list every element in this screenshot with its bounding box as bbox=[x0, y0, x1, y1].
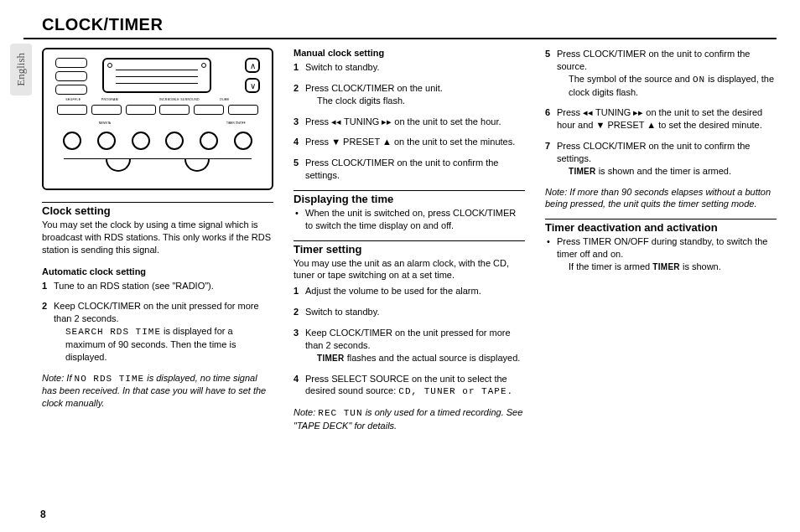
note-pre: Note: If bbox=[42, 373, 75, 383]
sc-text: TIMER bbox=[652, 262, 680, 271]
seg-text: SEARCH RDS TIME bbox=[65, 327, 161, 337]
detail-pre: The symbol of the source and bbox=[569, 74, 693, 84]
timer-step-5-detail: The symbol of the source and ON is displ… bbox=[557, 73, 777, 99]
detail-pre: If the timer is armed bbox=[569, 261, 652, 271]
step-text: Press CLOCK/TIMER on the unit to confirm… bbox=[557, 49, 750, 71]
timer-deact-bullet: Press TIMER ON/OFF during standby, to sw… bbox=[545, 235, 777, 273]
heading-clock-setting: Clock setting bbox=[42, 202, 273, 217]
auto-step-2-detail: SEARCH RDS TIME is displayed for a maxim… bbox=[54, 325, 273, 364]
heading-timer-deactivation: Timer deactivation and activation bbox=[545, 219, 777, 234]
note-90-seconds: Note: If more than 90 seconds elapses wi… bbox=[545, 186, 777, 211]
column-1: ∧∨ SHUFFLEPROGRAMINCREDIBLE SURROUNDDUBB… bbox=[42, 48, 273, 436]
auto-step-2: Keep CLOCK/TIMER on the unit pressed for… bbox=[42, 300, 273, 363]
manual-step-1: Switch to standby. bbox=[294, 61, 525, 74]
timer-step-7: Press CLOCK/TIMER on the unit to confirm… bbox=[545, 140, 777, 178]
step-detail: The clock digits flash. bbox=[305, 95, 525, 107]
timer-steps-continued: Press CLOCK/TIMER on the unit to confirm… bbox=[545, 48, 777, 178]
timer-steps: Adjust the volume to be used for the ala… bbox=[294, 285, 525, 398]
display-time-bullet: When the unit is switched on, press CLOC… bbox=[294, 207, 525, 232]
step-text: Press CLOCK/TIMER on the unit to confirm… bbox=[557, 141, 750, 163]
step-text: Keep CLOCK/TIMER on the unit pressed for… bbox=[305, 328, 511, 350]
heading-displaying-time: Displaying the time bbox=[294, 190, 525, 205]
page-number: 8 bbox=[40, 509, 46, 520]
sc-text: TIMER bbox=[317, 354, 345, 363]
auto-clock-steps: Tune to an RDS station (see "RADIO"). Ke… bbox=[42, 280, 273, 364]
device-illustration: ∧∨ SHUFFLEPROGRAMINCREDIBLE SURROUNDDUBB… bbox=[42, 48, 273, 190]
content-columns: ∧∨ SHUFFLEPROGRAMINCREDIBLE SURROUNDDUBB… bbox=[23, 48, 777, 436]
timer-step-3: Keep CLOCK/TIMER on the unit pressed for… bbox=[294, 327, 525, 364]
clock-setting-intro: You may set the clock by using a time si… bbox=[42, 219, 273, 256]
bullet-text: Press TIMER ON/OFF during standby, to sw… bbox=[557, 236, 767, 259]
step-text: Press CLOCK/TIMER on the unit. bbox=[305, 83, 443, 93]
manual-clock-steps: Switch to standby. Press CLOCK/TIMER on … bbox=[294, 61, 525, 182]
timer-step-3-detail: TIMER flashes and the actual source is d… bbox=[305, 352, 525, 364]
display-time-list: When the unit is switched on, press CLOC… bbox=[294, 207, 525, 232]
timer-intro: You may use the unit as an alarm clock, … bbox=[294, 257, 525, 282]
note-seg: REC TUN bbox=[318, 408, 362, 418]
seg-text: CD, TUNER or TAPE. bbox=[398, 386, 513, 396]
note-pre: Note: bbox=[294, 407, 318, 417]
note-rec-tun: Note: REC TUN is only used for a timed r… bbox=[294, 406, 525, 432]
detail-post: is shown. bbox=[680, 261, 721, 271]
timer-step-4: Press SELECT SOURCE on the unit to selec… bbox=[294, 373, 525, 399]
manual-step-2: Press CLOCK/TIMER on the unit. The clock… bbox=[294, 82, 525, 107]
timer-step-2: Switch to standby. bbox=[294, 306, 525, 318]
timer-deact-list: Press TIMER ON/OFF during standby, to sw… bbox=[545, 235, 777, 273]
manual-step-3: Press ◂◂ TUNING ▸▸ on the unit to set th… bbox=[294, 116, 525, 128]
column-2: Manual clock setting Switch to standby. … bbox=[294, 48, 525, 436]
auto-step-1: Tune to an RDS station (see "RADIO"). bbox=[42, 280, 273, 292]
page-title: CLOCK/TIMER bbox=[23, 15, 777, 39]
timer-step-1: Adjust the volume to be used for the ala… bbox=[294, 285, 525, 297]
heading-timer-setting: Timer setting bbox=[294, 240, 525, 256]
language-label: English bbox=[14, 53, 28, 86]
timer-deact-detail: If the timer is armed TIMER is shown. bbox=[557, 261, 777, 273]
note-seg: NO RDS TIME bbox=[75, 374, 145, 384]
timer-step-7-detail: TIMER is shown and the timer is armed. bbox=[557, 165, 777, 178]
heading-manual-clock: Manual clock setting bbox=[294, 48, 525, 58]
note-no-rds: Note: If NO RDS TIME is displayed, no ti… bbox=[42, 372, 273, 411]
heading-automatic-clock: Automatic clock setting bbox=[42, 266, 273, 276]
column-3: Press CLOCK/TIMER on the unit to confirm… bbox=[545, 48, 777, 436]
detail-text: is shown and the timer is armed. bbox=[596, 166, 731, 176]
language-tab: English bbox=[10, 44, 32, 96]
seg-text: ON bbox=[693, 75, 705, 85]
timer-step-5: Press CLOCK/TIMER on the unit to confirm… bbox=[545, 48, 777, 98]
detail-text: flashes and the actual source is display… bbox=[345, 353, 521, 363]
auto-step-2-text: Keep CLOCK/TIMER on the unit pressed for… bbox=[54, 301, 259, 323]
manual-step-5: Press CLOCK/TIMER on the unit to confirm… bbox=[294, 157, 525, 182]
timer-step-6: Press ◂◂ TUNING ▸▸ on the unit to set th… bbox=[545, 106, 777, 132]
manual-step-4: Press ▼ PRESET ▲ on the unit to set the … bbox=[294, 136, 525, 148]
sc-text: TIMER bbox=[569, 167, 596, 176]
